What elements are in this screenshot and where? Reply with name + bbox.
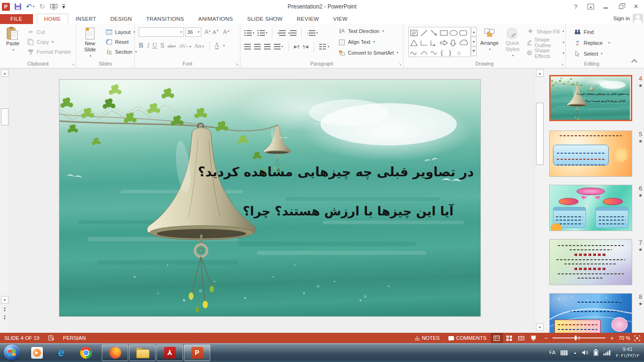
shape-fill-button[interactable]: Shape Fill▾	[525, 26, 565, 36]
taskbar-acrobat-button[interactable]: ⅄	[157, 345, 183, 361]
shape-effects-button[interactable]: Shape Effects▾	[525, 48, 565, 58]
start-button[interactable]	[4, 345, 20, 361]
font-name-combo[interactable]: ▾	[139, 27, 184, 37]
taskbar-media-player-button[interactable]: ▶	[27, 344, 46, 361]
underline-button[interactable]: U	[152, 42, 157, 49]
thumbnails-scrollbar[interactable]: ▲ ▼	[534, 68, 545, 333]
quick-styles-button[interactable]: Quick Styles▾	[502, 28, 523, 58]
notes-button[interactable]: ▲ NOTES	[411, 333, 444, 343]
keyboard-icon[interactable]	[561, 350, 568, 355]
format-painter-button[interactable]: Format Painter	[25, 47, 72, 57]
sign-in[interactable]: Sign in	[613, 14, 643, 23]
decrease-font-size-button[interactable]: A▼	[213, 29, 219, 35]
minimize-button[interactable]	[600, 1, 612, 12]
clipboard-dialog-launcher[interactable]: ↘	[71, 62, 74, 66]
clear-formatting-button[interactable]: A◢	[223, 29, 229, 35]
decrease-indent-button[interactable]: ◂	[277, 30, 286, 36]
change-case-button[interactable]: Aa▾	[195, 43, 204, 49]
select-button[interactable]: Select▾	[572, 49, 611, 58]
find-button[interactable]: Find	[572, 27, 611, 37]
zoom-in-button[interactable]: +	[609, 333, 617, 343]
drawing-dialog-launcher[interactable]: ↘	[561, 62, 564, 66]
collapse-ribbon-button[interactable]	[631, 59, 637, 65]
arrange-button[interactable]: Arrange▾	[479, 28, 500, 52]
slide-text-line2[interactable]: آیا این چیزها با ارزش هستند؟ چرا؟	[243, 204, 454, 218]
character-spacing-button[interactable]: AV↔▾	[179, 43, 191, 49]
tab-slideshow[interactable]: SLIDE SHOW	[240, 14, 289, 24]
font-dialog-launcher[interactable]: ↘	[235, 62, 239, 66]
slide-sorter-view-button[interactable]	[503, 333, 515, 343]
editor-scrollbar[interactable]: ▲ ▼ ▲▲ ▼▼	[0, 68, 9, 333]
thumbs-scroll-down-button[interactable]: ▼	[536, 323, 544, 331]
slide-thumbnail-7[interactable]: 7 ★	[549, 239, 633, 285]
copy-button[interactable]: Copy▾	[25, 37, 72, 47]
shapes-scroll-down[interactable]: ▼	[471, 37, 477, 46]
align-right-button[interactable]	[264, 44, 271, 49]
strikethrough-button[interactable]: abc	[167, 43, 176, 49]
ltr-direction-button[interactable]: ▶¶	[294, 44, 300, 49]
bold-button[interactable]: B	[139, 42, 143, 49]
align-left-button[interactable]	[244, 44, 251, 49]
previous-slide-button[interactable]: ▲▲	[2, 307, 8, 312]
next-slide-button[interactable]: ▼▼	[2, 315, 8, 320]
line-spacing-button[interactable]: ↕▾	[306, 30, 318, 36]
taskbar-internet-explorer-button[interactable]: e	[52, 344, 71, 361]
shapes-scroll-up[interactable]: ▲	[471, 27, 477, 36]
tab-review[interactable]: REVIEW	[289, 14, 326, 24]
bullets-button[interactable]: ▾	[244, 30, 255, 36]
zoom-level[interactable]: 70 %	[617, 333, 632, 343]
language-tray-indicator[interactable]: FA	[549, 350, 555, 355]
numbering-button[interactable]: ▾	[257, 30, 268, 36]
fit-slide-to-window-button[interactable]	[634, 335, 640, 341]
comments-button[interactable]: COMMENTS	[444, 333, 491, 343]
slide-thumbnail-8[interactable]: 8 ★	[549, 293, 633, 333]
shapes-gallery-more[interactable]: ▼	[471, 47, 477, 56]
paste-button[interactable]: Paste▾	[3, 26, 23, 53]
taskbar-explorer-button[interactable]	[129, 345, 156, 361]
tab-file[interactable]: FILE	[0, 14, 33, 24]
tab-design[interactable]: DESIGN	[103, 14, 139, 24]
justify-button[interactable]: ▾	[274, 44, 283, 49]
slide-thumbnail-4[interactable]: در تصاویر قبلی چه چیزهایی مشاهده کردید؟ …	[549, 75, 633, 121]
language-indicator[interactable]: PERSIAN	[59, 333, 90, 343]
columns-button[interactable]: ▾	[319, 44, 330, 49]
text-shadow-button[interactable]: S	[160, 42, 164, 49]
help-button[interactable]: ?	[570, 1, 582, 12]
reading-view-button[interactable]	[515, 333, 528, 343]
paragraph-dialog-launcher[interactable]: ↘	[398, 62, 402, 66]
italic-button[interactable]: I	[147, 42, 149, 49]
slide-thumbnail-6[interactable]: 6 ★	[549, 185, 633, 231]
scroll-down-button[interactable]: ▼	[1, 296, 8, 304]
text-direction-button[interactable]: ∥AText Direction▾	[337, 26, 399, 36]
taskbar-powerpoint-button[interactable]: P	[184, 345, 210, 361]
increase-indent-button[interactable]: ▸	[289, 30, 297, 36]
new-slide-button[interactable]: New Slide▾	[79, 26, 101, 59]
taskbar-firefox-button[interactable]	[102, 345, 128, 361]
tab-view[interactable]: VIEW	[326, 14, 355, 24]
slide-show-button[interactable]	[528, 333, 540, 343]
align-center-button[interactable]	[254, 44, 261, 49]
restore-button[interactable]	[615, 1, 627, 12]
increase-font-size-button[interactable]: A▲	[205, 29, 211, 35]
clock[interactable]: 9:41 ۲۰۲۱/۲۲/۱۲	[616, 346, 639, 359]
zoom-slider-thumb[interactable]	[575, 336, 577, 340]
shapes-gallery[interactable]: {}☆	[408, 27, 471, 57]
section-button[interactable]: * Section▾	[104, 47, 138, 57]
zoom-out-button[interactable]: −	[540, 333, 549, 343]
scroll-thumb[interactable]	[1, 108, 8, 125]
normal-view-button[interactable]	[491, 333, 503, 343]
font-color-button[interactable]: A	[215, 42, 219, 49]
layout-button[interactable]: Layout▾	[104, 27, 138, 37]
tab-animations[interactable]: ANIMATIONS	[191, 14, 240, 24]
taskbar-chrome-button[interactable]	[76, 344, 95, 361]
zoom-slider[interactable]	[553, 337, 605, 338]
font-size-combo[interactable]: 36▾	[185, 27, 201, 37]
thumbs-scroll-thumb[interactable]	[536, 103, 544, 165]
slide-canvas[interactable]: در تصاویر قبلی چه چیزهایی مشاهده کردید؟ …	[59, 79, 481, 317]
slide-thumbnail-5[interactable]: 5 ★	[549, 131, 633, 177]
spell-check-button[interactable]	[44, 333, 59, 343]
cut-button[interactable]: ✂Cut	[25, 27, 72, 37]
align-text-button[interactable]: ↕Align Text▾	[337, 37, 399, 47]
replace-button[interactable]: abac Replace▾	[572, 38, 611, 48]
show-hidden-icons-button[interactable]: ▲	[573, 351, 577, 354]
